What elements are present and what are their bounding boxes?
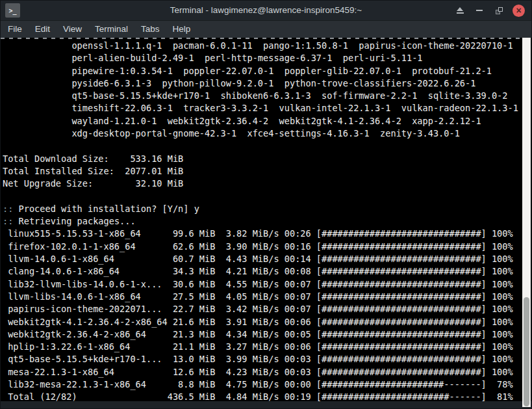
terminal-line: hplip-1:3.22.6-1-x86_64 21.1 MiB 3.27 Mi… bbox=[3, 341, 522, 353]
terminal-line: lib32-llvm-libs-14.0.6-1-x... 30.6 MiB 4… bbox=[3, 278, 522, 291]
terminal-line: Total Installed Size: 2077.01 MiB bbox=[3, 165, 522, 178]
menubar: FileEditViewTerminalTabsHelp bbox=[1, 20, 531, 38]
prompt-prefix: :: bbox=[3, 216, 19, 226]
terminal-line: llvm-14.0.6-1-x86_64 60.7 MiB 4.43 MiB/s… bbox=[3, 253, 522, 265]
terminal-line: lib32-mesa-22.1.3-1-x86_64 8.8 MiB 4.75 … bbox=[3, 378, 522, 391]
shade-icon bbox=[457, 7, 463, 11]
terminal-app-icon[interactable]: >_ bbox=[5, 3, 20, 18]
terminal-screen[interactable]: openssl-1.1.1.q-1 pacman-6.0.1-11 pango-… bbox=[1, 38, 531, 401]
terminal-line: clang-14.0.6-1-x86_64 34.3 MiB 4.21 MiB/… bbox=[3, 265, 522, 278]
minimize-button[interactable] bbox=[474, 5, 485, 16]
close-button[interactable]: × bbox=[513, 5, 525, 17]
terminal-line: webkit2gtk-4.1-2.36.4-2-x86_64 21.6 MiB … bbox=[3, 316, 522, 328]
terminal-line: :: Retrieving packages... bbox=[3, 215, 522, 228]
terminal-line: llvm-libs-14.0.6-1-x86_64 27.5 MiB 4.05 … bbox=[3, 291, 522, 303]
terminal-line: wayland-1.21.0-1 webkit2gtk-2.36.4-2 web… bbox=[3, 115, 522, 127]
terminal-line: openssl-1.1.1.q-1 pacman-6.0.1-11 pango-… bbox=[3, 40, 522, 52]
prompt-text: Proceed with installation? [Y/n] y bbox=[19, 204, 199, 214]
terminal-line: Total (12/82) 436.5 MiB 4.84 MiB/s 00:19… bbox=[3, 391, 522, 401]
maximize-icon bbox=[496, 7, 503, 14]
maximize-button[interactable] bbox=[493, 5, 505, 16]
terminal-line: firefox-102.0.1-1-x86_64 62.6 MiB 3.90 M… bbox=[3, 241, 522, 253]
prompt-text: Retrieving packages... bbox=[19, 216, 136, 226]
menu-item-help[interactable]: Help bbox=[166, 21, 197, 38]
close-icon: × bbox=[516, 6, 521, 15]
terminal-line: pipewire-1:0.3.54-1 poppler-22.07.0-1 po… bbox=[3, 65, 522, 77]
terminal-line: pyside6-6.3.1-3 python-pillow-9.2.0-1 py… bbox=[3, 77, 522, 90]
minimize-icon bbox=[476, 10, 483, 11]
terminal-line: webkit2gtk-2.36.4-2-x86_64 21.3 MiB 4.34… bbox=[3, 328, 522, 341]
terminal-window: >_ Terminal - lawgimenez@lawrence-inspir… bbox=[0, 0, 532, 409]
terminal-line: perl-alien-build-2.49-1 perl-http-messag… bbox=[3, 52, 522, 64]
terminal-line: papirus-icon-theme-2022071... 22.7 MiB 3… bbox=[3, 303, 522, 315]
scrollback-indicator bbox=[1, 38, 522, 39]
terminal-line: mesa-22.1.3-1-x86_64 12.6 MiB 4.23 MiB/s… bbox=[3, 366, 522, 378]
terminal-output: openssl-1.1.1.q-1 pacman-6.0.1-11 pango-… bbox=[3, 40, 522, 401]
terminal-line: Total Download Size: 533.16 MiB bbox=[3, 153, 522, 165]
scrollbar[interactable] bbox=[522, 38, 531, 407]
menu-item-view[interactable]: View bbox=[57, 21, 88, 38]
terminal-line bbox=[3, 140, 522, 152]
menu-item-terminal[interactable]: Terminal bbox=[88, 21, 134, 38]
shade-button[interactable] bbox=[454, 5, 466, 16]
terminal-line: qt5-base-5.15.5+kde+r170-1 shiboken6-6.3… bbox=[3, 90, 522, 102]
prompt-prefix: :: bbox=[3, 204, 19, 214]
titlebar[interactable]: >_ Terminal - lawgimenez@lawrence-inspir… bbox=[1, 1, 531, 20]
terminal-line: :: Proceed with installation? [Y/n] y bbox=[3, 203, 522, 215]
terminal-line: Net Upgrade Size: 32.10 MiB bbox=[3, 178, 522, 190]
menu-item-tabs[interactable]: Tabs bbox=[134, 21, 166, 38]
terminal-line bbox=[3, 191, 522, 203]
menu-item-edit[interactable]: Edit bbox=[29, 21, 57, 38]
menu-item-file[interactable]: File bbox=[1, 21, 29, 38]
terminal-line: qt5-base-5.15.5+kde+r170-1... 13.0 MiB 3… bbox=[3, 353, 522, 365]
scrollbar-thumb[interactable] bbox=[524, 297, 529, 406]
window-controls: × bbox=[454, 1, 525, 20]
terminal-line: timeshift-22.06.3-1 tracker3-3.3.2-1 vul… bbox=[3, 102, 522, 114]
window-title: Terminal - lawgimenez@lawrence-inspiron5… bbox=[170, 1, 362, 20]
terminal-line: xdg-desktop-portal-gnome-42.3-1 xfce4-se… bbox=[3, 127, 522, 140]
terminal-line: linux515-5.15.53-1-x86_64 99.6 MiB 3.82 … bbox=[3, 228, 522, 240]
